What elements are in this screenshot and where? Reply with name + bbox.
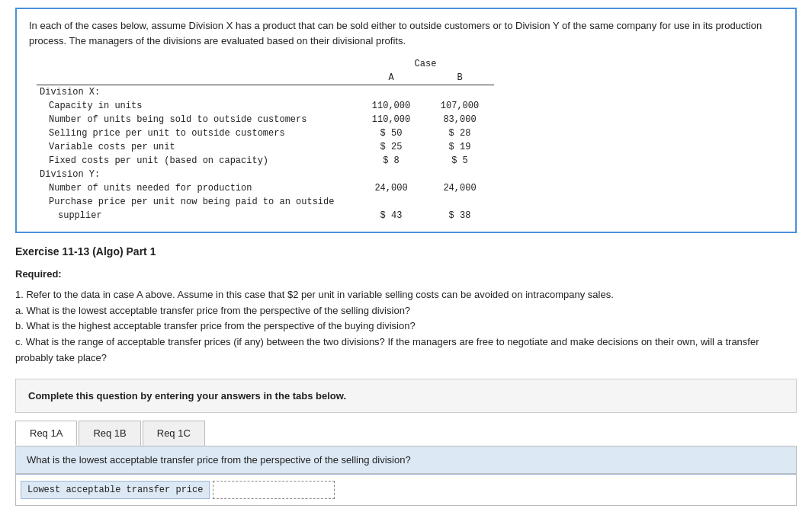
case-table: Case A B Division X:Capacity in units110…	[37, 57, 494, 222]
tab-req1b[interactable]: Req 1B	[79, 421, 140, 446]
exercise-line-1: a. What is the lowest acceptable transfe…	[15, 303, 797, 319]
table-row: supplier$ 43$ 38	[37, 209, 494, 222]
intro-text: In each of the cases below, assume Divis…	[29, 18, 783, 48]
tabs-container: Req 1A Req 1B Req 1C	[15, 421, 797, 446]
table-row: Variable costs per unit$ 25$ 19	[37, 140, 494, 154]
col-b-header: B	[425, 71, 494, 85]
exercise-body: Required: 1. Refer to the data in case A…	[15, 267, 797, 366]
required-label: Required:	[15, 267, 797, 283]
complete-box-text: Complete this question by entering your …	[28, 390, 346, 402]
table-row: Number of units being sold to outside cu…	[37, 113, 494, 126]
tab-req1c[interactable]: Req 1C	[143, 421, 205, 446]
tab-answer-row: Lowest acceptable transfer price	[16, 474, 796, 505]
page-container: In each of the cases below, assume Divis…	[0, 0, 812, 521]
table-row: Fixed costs per unit (based on capacity)…	[37, 154, 494, 168]
exercise-line-0: 1. Refer to the data in case A above. As…	[15, 287, 797, 303]
tab-question: What is the lowest acceptable transfer p…	[16, 446, 796, 474]
tab-content: What is the lowest acceptable transfer p…	[15, 446, 797, 506]
complete-box: Complete this question by entering your …	[15, 379, 797, 413]
table-row: Capacity in units110,000107,000	[37, 99, 494, 113]
exercise-title: Exercise 11-13 (Algo) Part 1	[15, 245, 797, 258]
exercise-line-2: b. What is the highest acceptable transf…	[15, 318, 797, 334]
table-row: Number of units needed for production24,…	[37, 181, 494, 195]
case-table-wrapper: Case A B Division X:Capacity in units110…	[37, 57, 783, 222]
exercise-line-3: c. What is the range of acceptable trans…	[15, 334, 797, 366]
top-section: In each of the cases below, assume Divis…	[15, 8, 797, 233]
col-a-header: A	[357, 71, 425, 85]
answer-label: Lowest acceptable transfer price	[21, 481, 210, 499]
table-row: Selling price per unit to outside custom…	[37, 126, 494, 140]
case-header: Case	[357, 57, 494, 71]
table-row: Purchase price per unit now being paid t…	[37, 195, 494, 209]
tab-req1a[interactable]: Req 1A	[15, 421, 77, 446]
answer-input[interactable]	[213, 481, 335, 499]
exercise-lines: 1. Refer to the data in case A above. As…	[15, 287, 797, 366]
table-row: Division Y:	[37, 168, 494, 181]
table-row: Division X:	[37, 85, 494, 100]
